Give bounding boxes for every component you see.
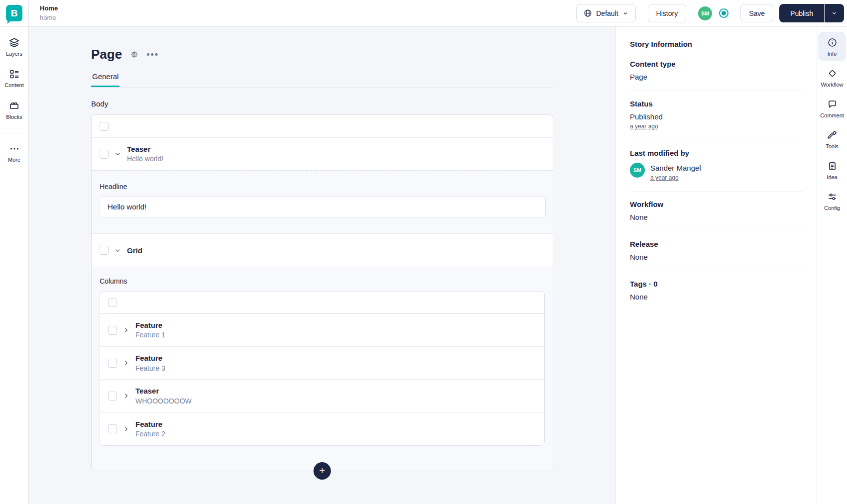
workflow-label: Workflow	[630, 200, 803, 208]
headline-input[interactable]	[100, 196, 546, 217]
sidebar-item-content[interactable]: Content	[4, 69, 24, 88]
editor-area: Page ••• General Body	[29, 27, 615, 504]
select-all-checkbox[interactable]	[100, 122, 109, 131]
block-name: Feature	[135, 419, 165, 429]
rail-label: More	[8, 157, 20, 163]
block-name: Grid	[127, 246, 142, 255]
sidebar-item-more[interactable]: More	[8, 143, 20, 163]
logo-zone: B	[0, 0, 29, 27]
block-row-feature-3[interactable]: Feature Feature 3	[100, 346, 544, 379]
presence-indicator-icon[interactable]	[719, 8, 728, 18]
breadcrumb: Home home	[40, 4, 58, 23]
add-block-button[interactable]: +	[314, 462, 331, 480]
select-all-row	[92, 115, 553, 138]
language-selector[interactable]: Default	[576, 4, 635, 22]
sidebar-item-layers[interactable]: Layers	[6, 37, 22, 57]
body-field-label: Body	[91, 100, 553, 108]
select-all-checkbox[interactable]	[108, 298, 117, 307]
block-checkbox[interactable]	[100, 150, 109, 159]
teaser-expanded-section: Headline	[92, 170, 553, 233]
block-row-feature-2[interactable]: Feature Feature 2	[100, 412, 544, 445]
save-button[interactable]: Save	[740, 4, 773, 22]
left-navigation-rail: Layers Content Blocks More	[0, 27, 29, 504]
rail-tab-tools[interactable]: Tools	[818, 124, 846, 154]
block-preview: Hello world!	[127, 154, 163, 164]
grid-expanded-section: Columns Feature Feature 1	[92, 267, 553, 471]
block-row-teaser[interactable]: Teaser Hello world!	[92, 138, 553, 170]
right-tool-rail: Info Workflow Comment Tools	[817, 27, 847, 504]
info-icon	[827, 37, 838, 48]
top-bar: B Home home Default History SM Save	[0, 0, 847, 27]
status-time-link[interactable]: a year ago	[630, 123, 658, 130]
block-name: Feature	[135, 353, 165, 363]
block-checkbox[interactable]	[108, 326, 117, 335]
modified-user-name: Sander Mangel	[650, 163, 701, 172]
history-button[interactable]: History	[648, 4, 687, 22]
more-icon	[9, 143, 20, 154]
rail-label: Idea	[827, 174, 837, 180]
last-modified-section: Last modified by SM Sander Mangel a year…	[630, 140, 803, 192]
block-checkbox[interactable]	[108, 424, 117, 433]
language-label: Default	[596, 9, 618, 17]
rail-tab-config[interactable]: Config	[818, 186, 846, 215]
idea-icon	[827, 161, 838, 171]
chevron-down-icon	[831, 10, 838, 16]
rail-label: Info	[828, 51, 837, 57]
modified-user-avatar: SM	[630, 163, 645, 178]
block-checkbox[interactable]	[108, 392, 117, 401]
block-name: Feature	[135, 320, 165, 330]
more-options-icon[interactable]: •••	[146, 52, 159, 57]
workflow-value: None	[630, 213, 803, 221]
chevron-down-icon	[622, 10, 628, 16]
chevron-down-icon[interactable]	[114, 247, 121, 254]
block-row-grid[interactable]: Grid	[92, 233, 553, 267]
rail-tab-info[interactable]: Info	[818, 32, 846, 61]
topbar-actions: Default History SM Save Publish	[576, 4, 847, 22]
block-checkbox[interactable]	[100, 246, 109, 255]
publish-button[interactable]: Publish	[779, 4, 824, 22]
content-icon	[9, 69, 20, 80]
tab-general[interactable]: General	[91, 72, 120, 87]
rail-label: Layers	[6, 51, 22, 57]
rail-tab-workflow[interactable]: Workflow	[818, 63, 846, 92]
block-row-teaser-whoooooow[interactable]: Teaser WHOOOOOOOW	[100, 379, 544, 412]
tags-label: Tags · 0	[630, 280, 803, 288]
page-title: Page	[91, 47, 122, 62]
publish-options-button[interactable]	[824, 4, 844, 22]
content-type-label: Content type	[630, 60, 803, 68]
rail-tab-comment[interactable]: Comment	[818, 94, 846, 123]
status-value: Published	[630, 112, 803, 121]
chevron-right-icon[interactable]	[122, 425, 130, 433]
block-row-feature-1[interactable]: Feature Feature 1	[100, 313, 544, 346]
columns-blocks-card: Feature Feature 1 Feature Feature 3	[100, 291, 545, 446]
sidebar-item-blocks[interactable]: Blocks	[6, 100, 22, 120]
chevron-right-icon[interactable]	[122, 392, 130, 400]
select-all-row	[100, 292, 544, 313]
user-avatar[interactable]: SM	[698, 6, 712, 20]
block-preview: Feature 1	[135, 330, 165, 340]
storyblok-logo-icon[interactable]: B	[6, 5, 22, 21]
release-section: Release None	[630, 231, 803, 271]
blocks-icon	[8, 100, 20, 111]
headline-field-label: Headline	[100, 183, 545, 191]
rail-label: Workflow	[821, 82, 843, 88]
globe-icon	[584, 9, 592, 17]
modified-time-link[interactable]: a year ago	[650, 174, 679, 181]
block-preview: Feature 3	[135, 364, 165, 373]
config-icon	[827, 192, 838, 202]
rail-tab-idea[interactable]: Idea	[818, 155, 846, 185]
last-modified-label: Last modified by	[630, 149, 803, 157]
block-preview: WHOOOOOOOW	[135, 397, 192, 406]
block-checkbox[interactable]	[108, 359, 117, 368]
comment-icon	[827, 99, 838, 109]
release-value: None	[630, 253, 803, 261]
chevron-down-icon[interactable]	[114, 150, 121, 158]
rail-label: Tools	[826, 143, 839, 149]
workflow-section: Workflow None	[630, 192, 803, 231]
chevron-right-icon[interactable]	[122, 359, 130, 367]
settings-gear-icon[interactable]	[130, 50, 138, 59]
tags-section: Tags · 0 None	[630, 271, 803, 310]
chevron-right-icon[interactable]	[122, 326, 130, 334]
workflow-icon	[827, 68, 838, 79]
rail-label: Config	[824, 205, 840, 211]
